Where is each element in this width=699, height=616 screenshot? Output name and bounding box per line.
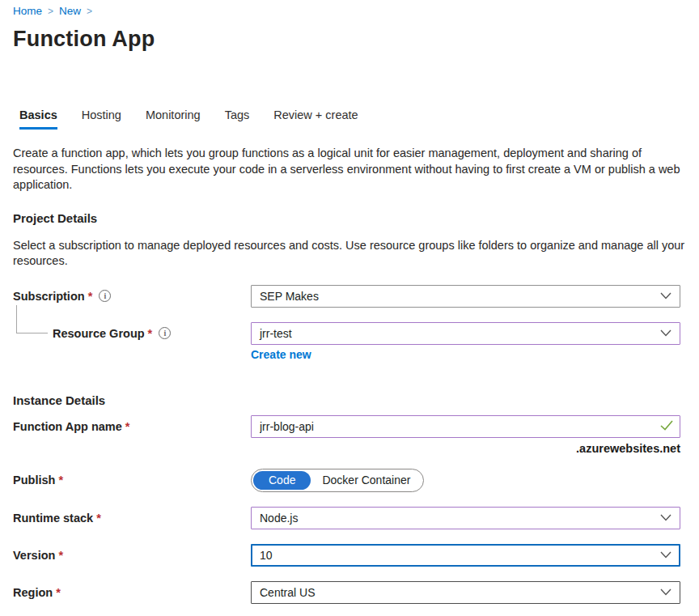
- runtime-stack-select[interactable]: Node.js: [251, 507, 680, 529]
- resource-group-connector: [16, 305, 48, 333]
- required-asterisk: *: [88, 290, 93, 303]
- info-icon[interactable]: i: [159, 327, 171, 339]
- function-app-name-row: Function App name *: [13, 415, 686, 438]
- version-row: Version * 10: [13, 544, 686, 567]
- function-app-name-label: Function App name *: [13, 420, 251, 433]
- tab-hosting[interactable]: Hosting: [82, 108, 121, 130]
- required-asterisk: *: [125, 420, 130, 433]
- function-app-name-input-wrapper: [251, 415, 680, 438]
- function-app-name-label-text: Function App name: [13, 420, 122, 433]
- breadcrumb: Home > New >: [13, 5, 686, 17]
- version-value: 10: [260, 549, 273, 562]
- required-asterisk: *: [148, 327, 153, 340]
- subscription-row: Subscription * i SEP Makes: [13, 285, 686, 308]
- chevron-down-icon: [660, 551, 671, 559]
- required-asterisk: *: [58, 474, 63, 486]
- intro-text: Create a function app, which lets you gr…: [13, 146, 686, 193]
- publish-option-docker-container[interactable]: Docker Container: [311, 471, 422, 490]
- subscription-label-text: Subscription: [13, 290, 85, 303]
- project-details-description: Select a subscription to manage deployed…: [13, 238, 686, 270]
- publish-label-text: Publish: [13, 474, 55, 486]
- publish-label: Publish *: [13, 474, 251, 486]
- tab-tags[interactable]: Tags: [225, 108, 250, 130]
- publish-option-code[interactable]: Code: [253, 471, 311, 490]
- version-label: Version *: [13, 549, 251, 562]
- resource-group-label-text: Resource Group: [53, 327, 145, 340]
- region-select[interactable]: Central US: [251, 581, 680, 604]
- publish-row: Publish * Code Docker Container: [13, 469, 686, 492]
- create-new-link[interactable]: Create new: [251, 348, 311, 361]
- page-title: Function App: [13, 27, 686, 52]
- required-asterisk: *: [56, 586, 61, 599]
- required-asterisk: *: [96, 512, 101, 525]
- chevron-down-icon: [660, 292, 671, 300]
- resource-group-value: jrr-test: [260, 327, 292, 340]
- region-row: Region * Central US: [13, 581, 686, 604]
- region-label-text: Region: [13, 586, 53, 599]
- create-new-row: Create new: [251, 348, 686, 361]
- resource-group-row: Resource Group * i jrr-test: [13, 322, 686, 345]
- function-app-name-input[interactable]: [260, 420, 660, 433]
- valid-check-icon: [660, 420, 673, 433]
- required-asterisk: *: [58, 549, 63, 562]
- resource-group-label: Resource Group * i: [13, 327, 251, 340]
- chevron-down-icon: [660, 329, 671, 337]
- runtime-stack-label-text: Runtime stack: [13, 512, 93, 525]
- tab-basics[interactable]: Basics: [19, 108, 57, 130]
- subscription-label: Subscription * i: [13, 290, 251, 303]
- section-heading-project-details: Project Details: [13, 211, 686, 225]
- chevron-down-icon: [660, 514, 671, 521]
- version-label-text: Version: [13, 549, 55, 562]
- runtime-stack-value: Node.js: [260, 512, 298, 525]
- subscription-value: SEP Makes: [260, 290, 319, 303]
- info-icon[interactable]: i: [99, 290, 111, 302]
- breadcrumb-link-new[interactable]: New: [59, 5, 81, 17]
- breadcrumb-separator: >: [87, 6, 92, 17]
- section-heading-instance-details: Instance Details: [13, 393, 686, 407]
- region-label: Region *: [13, 586, 251, 599]
- version-select[interactable]: 10: [251, 544, 680, 567]
- function-app-create-page: Home > New > Function App Basics Hosting…: [0, 0, 699, 604]
- tab-bar: Basics Hosting Monitoring Tags Review + …: [19, 108, 686, 130]
- domain-suffix: .azurewebsites.net: [251, 442, 680, 455]
- resource-group-select[interactable]: jrr-test: [251, 322, 680, 345]
- tab-monitoring[interactable]: Monitoring: [146, 108, 201, 130]
- chevron-down-icon: [660, 588, 671, 596]
- publish-toggle: Code Docker Container: [251, 469, 424, 492]
- breadcrumb-link-home[interactable]: Home: [13, 5, 42, 17]
- breadcrumb-separator: >: [48, 6, 53, 17]
- runtime-stack-label: Runtime stack *: [13, 512, 251, 525]
- subscription-select[interactable]: SEP Makes: [251, 285, 680, 308]
- region-value: Central US: [260, 586, 315, 599]
- tab-review-create[interactable]: Review + create: [273, 108, 358, 130]
- runtime-stack-row: Runtime stack * Node.js: [13, 507, 686, 529]
- basics-form: Subscription * i SEP Makes Resource Grou…: [13, 285, 686, 604]
